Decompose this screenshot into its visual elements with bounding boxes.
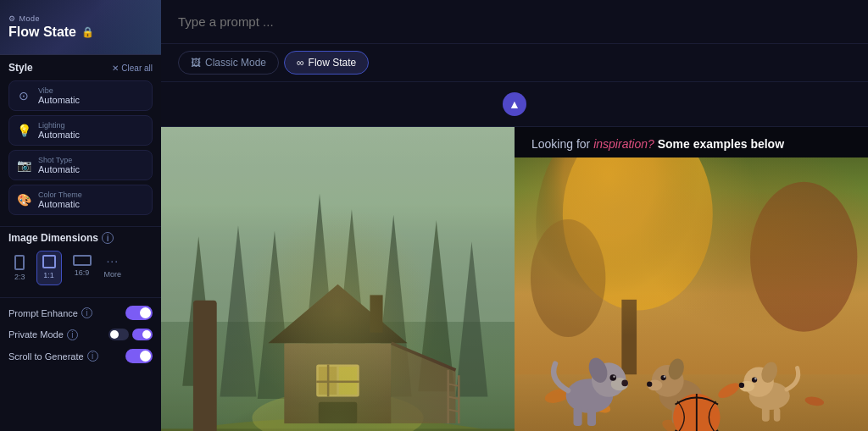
tab-flow-state[interactable]: ∞ Flow State <box>284 51 369 75</box>
more-label: More <box>104 270 122 279</box>
dim-11-icon <box>42 255 56 268</box>
private-mode-toggle-right[interactable] <box>132 329 153 340</box>
dimensions-section: Image Dimensions i 2:3 1:1 16:9 ··· More <box>0 226 161 297</box>
svg-point-13 <box>252 391 423 431</box>
dim-23[interactable]: 2:3 <box>8 251 31 285</box>
svg-point-48 <box>609 374 616 381</box>
sidebar: ⚙ Mode Flow State 🔒 Style ✕ Clear all ⊙ … <box>0 0 161 431</box>
main-content: 🖼 Classic Mode ∞ Flow State ▲ <box>161 0 868 431</box>
dim-more-button[interactable]: ··· More <box>103 251 124 285</box>
private-mode-info-icon: i <box>67 329 78 340</box>
shot-type-selector[interactable]: 📷 Shot Type Automatic <box>8 150 153 180</box>
svg-point-64 <box>739 381 754 392</box>
prompt-enhance-toggle[interactable] <box>125 306 153 320</box>
svg-point-65 <box>739 383 744 388</box>
svg-point-58 <box>664 376 666 379</box>
svg-marker-8 <box>332 209 370 405</box>
private-mode-label: Private Mode i <box>8 329 78 340</box>
svg-point-62 <box>749 382 790 410</box>
more-dots-icon: ··· <box>106 254 119 268</box>
color-theme-selector[interactable]: 🎨 Color Theme Automatic <box>8 185 153 215</box>
dim-11-label: 1:1 <box>43 271 54 279</box>
svg-marker-15 <box>268 285 407 344</box>
dimension-grid: 2:3 1:1 16:9 ··· More <box>8 251 153 285</box>
svg-marker-23 <box>392 343 456 423</box>
clear-all-button[interactable]: ✕ Clear all <box>112 64 153 73</box>
dim-23-icon <box>14 255 25 270</box>
svg-rect-14 <box>284 343 391 423</box>
dim-169-icon <box>73 255 92 266</box>
svg-line-28 <box>448 397 459 400</box>
lighting-icon: 💡 <box>16 124 31 137</box>
mode-panel[interactable]: ⚙ Mode Flow State 🔒 <box>0 0 161 55</box>
svg-rect-1 <box>161 127 515 322</box>
svg-rect-69 <box>762 406 770 422</box>
dim-169[interactable]: 16:9 <box>67 251 97 285</box>
svg-rect-38 <box>515 374 868 431</box>
gallery-forest-image[interactable] <box>161 127 515 431</box>
dimensions-header: Image Dimensions i <box>8 232 153 244</box>
svg-point-56 <box>647 381 652 386</box>
flow-state-icon: ∞ <box>297 57 304 69</box>
svg-point-33 <box>536 157 718 342</box>
svg-rect-61 <box>686 407 693 423</box>
lighting-selector[interactable]: 💡 Lighting Automatic <box>8 115 153 146</box>
svg-rect-21 <box>316 381 359 384</box>
svg-point-66 <box>752 377 757 382</box>
scroll-generate-toggle[interactable] <box>125 349 153 363</box>
svg-point-11 <box>161 418 515 431</box>
color-theme-icon: 🎨 <box>16 193 31 207</box>
svg-marker-10 <box>376 215 412 397</box>
svg-point-47 <box>621 380 628 387</box>
svg-line-29 <box>448 410 459 412</box>
svg-rect-22 <box>319 402 357 423</box>
svg-point-63 <box>743 367 773 396</box>
tab-classic-mode[interactable]: 🖼 Classic Mode <box>178 51 279 75</box>
classic-mode-icon: 🖼 <box>191 57 201 69</box>
puppies-image[interactable] <box>515 157 868 431</box>
svg-point-43 <box>659 417 690 431</box>
mode-tabs-area: 🖼 Classic Mode ∞ Flow State ▲ <box>161 44 868 127</box>
shot-type-icon: 📷 <box>16 158 31 172</box>
cursor-button[interactable]: ▲ <box>503 92 526 116</box>
private-mode-toggle-group <box>108 329 153 340</box>
svg-point-39 <box>543 386 571 405</box>
inspiration-text: Looking for inspiration? Some examples b… <box>515 127 868 157</box>
svg-marker-5 <box>418 220 454 391</box>
svg-rect-17 <box>316 365 359 397</box>
vibe-selector[interactable]: ⊙ Vibe Automatic <box>8 80 153 111</box>
toggle-section: Prompt Enhance i Private Mode i Scroll t… <box>0 297 161 371</box>
svg-rect-18 <box>319 367 337 395</box>
svg-point-42 <box>804 395 825 407</box>
vibe-icon: ⊙ <box>16 89 31 102</box>
style-title: Style <box>8 62 33 74</box>
svg-point-46 <box>611 378 628 390</box>
svg-point-44 <box>566 379 614 412</box>
svg-point-2 <box>188 354 488 431</box>
top-bar <box>161 0 868 44</box>
svg-marker-4 <box>220 225 257 396</box>
svg-rect-0 <box>161 127 515 431</box>
lock-icon: 🔒 <box>81 26 94 38</box>
svg-rect-20 <box>327 365 330 397</box>
mode-tabs: 🖼 Classic Mode ∞ Flow State <box>161 44 868 82</box>
mode-icon: ⚙ <box>8 14 16 23</box>
forest-scene <box>161 127 515 431</box>
dim-11[interactable]: 1:1 <box>36 251 62 285</box>
private-mode-toggle-left[interactable] <box>108 329 129 340</box>
svg-marker-3 <box>182 236 214 386</box>
svg-point-41 <box>716 380 742 401</box>
svg-point-53 <box>659 380 703 412</box>
gallery-area: Looking for inspiration? Some examples b… <box>161 127 868 431</box>
svg-line-24 <box>392 343 456 370</box>
mode-label: ⚙ Mode <box>8 14 153 23</box>
svg-point-36 <box>750 182 857 332</box>
prompt-input[interactable] <box>178 14 851 29</box>
svg-point-45 <box>592 362 626 396</box>
svg-point-59 <box>666 356 687 381</box>
svg-line-27 <box>448 384 459 386</box>
svg-rect-31 <box>161 127 515 431</box>
scroll-generate-info-icon: i <box>87 351 98 362</box>
prompt-enhance-label: Prompt Enhance i <box>8 307 92 318</box>
style-header: Style ✕ Clear all <box>8 62 153 74</box>
